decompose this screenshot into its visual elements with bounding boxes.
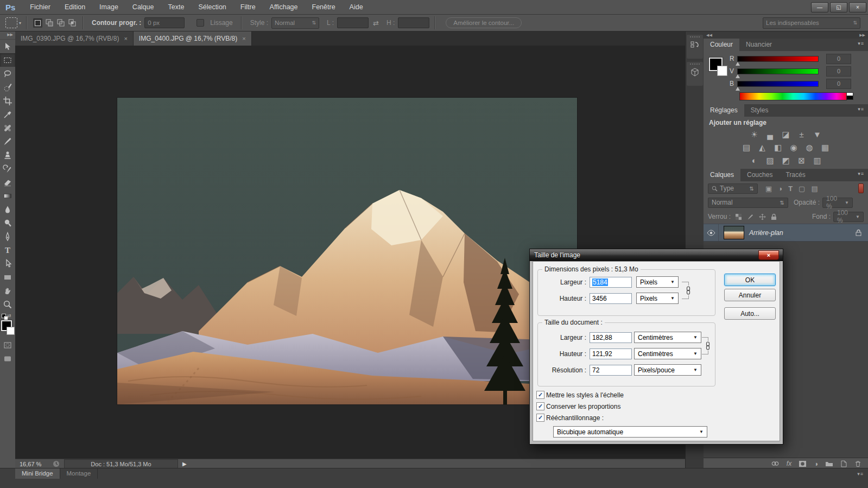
quick-mask-button[interactable] — [0, 338, 15, 352]
tab-nuancier[interactable]: Nuancier — [739, 39, 778, 51]
layer-thumbnail[interactable] — [724, 226, 744, 239]
doc-width-input[interactable]: 182,88 — [590, 332, 632, 343]
menu-filtre[interactable]: Filtre — [233, 3, 263, 11]
channel-mixer-icon[interactable]: ◍ — [804, 143, 815, 153]
brush-tool[interactable] — [0, 135, 15, 148]
panel-menu-icon[interactable]: ▾≡ — [858, 104, 868, 117]
style-combo[interactable]: Normal⇅ — [271, 17, 319, 29]
expand-panels-icon[interactable]: ▶▶ — [859, 33, 865, 37]
tab-mini-bridge[interactable]: Mini Bridge — [15, 468, 60, 479]
menu-edition[interactable]: Edition — [58, 3, 92, 11]
new-group-icon[interactable] — [825, 460, 833, 467]
resample-checkbox[interactable]: ✓ — [536, 414, 544, 422]
lock-pixels-icon[interactable] — [747, 213, 754, 220]
delete-layer-icon[interactable] — [854, 460, 861, 467]
menu-aide[interactable]: Aide — [343, 3, 370, 11]
layer-filter-combo[interactable]: Type ⇅ — [708, 183, 758, 194]
tab-traces[interactable]: Tracés — [779, 169, 812, 181]
tool-preset-icon[interactable] — [5, 17, 17, 28]
link-layers-icon[interactable] — [771, 460, 780, 467]
hue-saturation-icon[interactable]: ▤ — [741, 143, 752, 153]
workspace-combo[interactable]: Les indispensables⇅ — [763, 17, 860, 29]
bottom-dock-menu-icon[interactable]: ▾≡ — [857, 471, 864, 477]
clone-stamp-tool[interactable] — [0, 148, 15, 162]
tab-couleur[interactable]: Couleur — [704, 39, 739, 51]
photo-filter-icon[interactable]: ◉ — [788, 143, 799, 153]
quick-selection-tool[interactable] — [0, 80, 15, 94]
filter-pixel-layers-icon[interactable]: ▣ — [765, 185, 772, 193]
color-balance-icon[interactable]: ◭ — [757, 143, 768, 153]
posterize-icon[interactable]: ▨ — [765, 156, 776, 166]
doc-width-unit-combo[interactable]: Centimètres▼ — [634, 332, 701, 343]
hand-tool[interactable] — [0, 284, 15, 297]
green-value-field[interactable]: 0 — [826, 66, 851, 77]
layer-visibility-cell[interactable] — [704, 224, 719, 241]
toolbar-collapse-icon[interactable]: ▶▶ — [0, 31, 15, 40]
pixel-width-input[interactable]: 5184 — [590, 277, 632, 288]
blue-value-field[interactable]: 0 — [826, 79, 851, 89]
doc-tab-img0390[interactable]: IMG_0390.JPG @ 16,7% (RVB/8) × — [15, 31, 134, 46]
green-slider[interactable] — [737, 68, 819, 74]
zoom-level-field[interactable]: 16,67 % — [15, 461, 51, 467]
dialog-title-bar[interactable]: Taille de l'image — [530, 249, 783, 261]
cancel-button[interactable]: Annuler — [724, 289, 776, 301]
panel-menu-icon[interactable]: ▾≡ — [858, 169, 868, 181]
zoom-tool[interactable] — [0, 297, 15, 311]
ok-button[interactable]: OK — [724, 274, 776, 286]
filter-shape-layers-icon[interactable]: ▢ — [799, 185, 805, 193]
menu-fichier[interactable]: Fichier — [23, 3, 58, 11]
slider-thumb[interactable] — [736, 74, 740, 78]
filter-adjustment-layers-icon[interactable]: ◑ — [778, 185, 782, 193]
crop-tool[interactable] — [0, 94, 15, 107]
panel-menu-icon[interactable]: ▾≡ — [858, 39, 868, 51]
close-button[interactable]: × — [849, 2, 866, 12]
swap-dimensions-icon[interactable]: ⇄ — [373, 19, 379, 27]
menu-affichage[interactable]: Affichage — [263, 3, 305, 11]
swap-colors-icon[interactable]: ⇄ — [7, 313, 11, 319]
pen-tool[interactable] — [0, 230, 15, 243]
add-mask-icon[interactable] — [799, 460, 807, 467]
eyedropper-tool[interactable] — [0, 107, 15, 121]
doc-height-input[interactable]: 121,92 — [590, 348, 632, 359]
filter-type-layers-icon[interactable]: T — [788, 185, 793, 193]
lasso-tool[interactable] — [0, 67, 15, 80]
brightness-contrast-icon[interactable]: ☀ — [749, 130, 760, 140]
canvas-image[interactable] — [117, 98, 577, 404]
move-tool[interactable] — [0, 40, 15, 53]
spectrum-bw-swatches[interactable] — [846, 92, 853, 100]
layer-row-arriere-plan[interactable]: Arrière-plan — [704, 224, 868, 242]
proprietes-panel-button[interactable] — [687, 62, 703, 86]
minimize-button[interactable]: — — [811, 2, 828, 12]
new-selection-mode-icon[interactable] — [33, 18, 42, 28]
pixel-width-unit-combo[interactable]: Pixels▼ — [636, 276, 679, 288]
screen-mode-button[interactable] — [0, 352, 15, 365]
shape-tool[interactable] — [0, 270, 15, 284]
levels-icon[interactable]: ▄ — [765, 130, 776, 140]
opacity-combo[interactable]: 100 % ▼ — [822, 198, 853, 208]
subtract-selection-mode-icon[interactable] — [56, 18, 65, 28]
blur-tool[interactable] — [0, 202, 15, 216]
exposure-icon[interactable]: ± — [796, 130, 807, 140]
curves-icon[interactable]: ◪ — [781, 130, 791, 140]
spot-healing-brush-tool[interactable] — [0, 121, 15, 135]
slider-thumb[interactable] — [736, 62, 740, 66]
collapse-panels-icon[interactable]: ◀◀ — [706, 33, 712, 37]
lock-all-icon[interactable] — [771, 213, 777, 220]
tool-preset-arrow-icon[interactable]: ▾ — [19, 21, 21, 26]
red-slider[interactable] — [737, 56, 819, 62]
resolution-input[interactable]: 72 — [590, 365, 632, 376]
antialias-checkbox[interactable] — [197, 19, 204, 27]
historique-panel-button[interactable] — [687, 35, 703, 59]
tab-close-icon[interactable]: × — [124, 35, 127, 42]
tab-couches[interactable]: Couches — [740, 169, 779, 181]
menu-fenetre[interactable]: Fenêtre — [305, 3, 343, 11]
pixel-height-input[interactable]: 3456 — [590, 293, 632, 304]
type-tool[interactable]: T — [0, 243, 15, 257]
menu-selection[interactable]: Sélection — [191, 3, 233, 11]
fill-combo[interactable]: 100 % ▼ — [833, 212, 864, 222]
pixel-height-unit-combo[interactable]: Pixels▼ — [636, 293, 679, 304]
layer-filtering-toggle[interactable] — [858, 183, 864, 193]
background-color-swatch[interactable] — [717, 66, 727, 76]
layer-style-icon[interactable]: fx — [787, 460, 791, 467]
slider-thumb[interactable] — [736, 87, 740, 91]
